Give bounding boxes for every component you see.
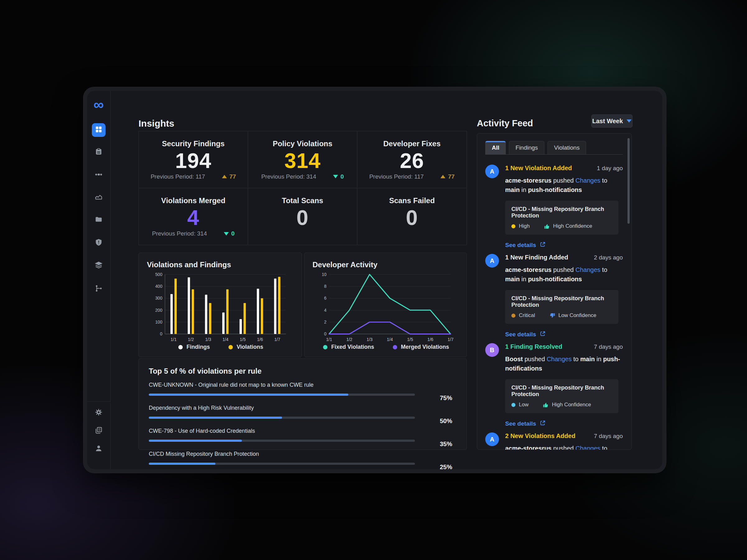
svg-text:1/5: 1/5 <box>240 337 246 342</box>
feed-item: A 2 New Violations Added 7 days ago acme… <box>485 432 623 450</box>
svg-text:1/4: 1/4 <box>387 337 393 342</box>
svg-text:1/5: 1/5 <box>407 337 413 342</box>
settings-icon <box>95 408 103 418</box>
svg-text:500: 500 <box>155 272 162 277</box>
rule-percent: 75% <box>415 395 452 402</box>
see-details-link[interactable]: See details <box>505 331 623 338</box>
sidebar-item-security[interactable] <box>92 236 105 250</box>
thumb-icon <box>549 313 555 319</box>
severity-dot <box>511 224 515 229</box>
stat-label: Policy Violations <box>273 139 332 148</box>
merged-violations-legend-dot <box>393 345 397 349</box>
external-link-icon <box>540 420 546 427</box>
sidebar-item-trends[interactable] <box>92 190 105 204</box>
stat-value: 26 <box>400 149 424 173</box>
stat-label: Security Findings <box>162 139 225 148</box>
finding-detail-card: CI/CD - Missing Repository Branch Protec… <box>505 290 618 324</box>
svg-text:2: 2 <box>324 320 327 324</box>
severity-dot <box>511 314 515 318</box>
tab-findings[interactable]: Findings <box>509 141 544 154</box>
sidebar-item-projects[interactable] <box>92 213 105 227</box>
stats-grid: Security Findings 194 Previous Period: 1… <box>138 131 467 245</box>
user-icon <box>95 444 103 454</box>
stat-value: 194 <box>175 149 211 173</box>
avatar: A <box>485 165 499 178</box>
svg-text:4: 4 <box>324 308 327 313</box>
sidebar-item-dashboard[interactable] <box>92 123 105 137</box>
rule-row: CWE-UNKNOWN - Original rule did not map … <box>149 382 452 398</box>
docs-icon <box>95 426 103 435</box>
svg-text:1/1: 1/1 <box>326 337 332 342</box>
feed-item-body: acme-storesrus pushed Changes to main in… <box>505 444 623 450</box>
feed-scrollbar[interactable] <box>627 138 630 224</box>
stat-previous-period: Previous Period: 117 77 <box>369 173 455 181</box>
sidebar-divider <box>87 401 110 402</box>
delta-arrow-icon <box>440 175 445 178</box>
rule-row: Dependency with a High Risk Vulnerabilit… <box>149 405 452 421</box>
svg-text:0: 0 <box>160 331 162 336</box>
app-window: ∞ <box>83 87 666 473</box>
branch-icon <box>95 284 103 294</box>
chart-icon <box>95 193 103 202</box>
stat-card-policy-violations: Policy Violations 314 Previous Period: 3… <box>248 131 357 188</box>
chart-legend: Findings Violations <box>147 344 295 350</box>
feed-item-time: 2 days ago <box>594 254 623 261</box>
date-range-selector[interactable]: Last Week <box>591 114 633 128</box>
stat-label: Total Scans <box>282 196 324 205</box>
feed-item-body: Boost pushed Changes to main in push-not… <box>505 354 623 373</box>
external-link-icon <box>540 331 546 338</box>
tab-violations[interactable]: Violations <box>547 141 586 154</box>
chart-title: Developer Activity <box>312 260 460 269</box>
sidebar-item-pipelines[interactable] <box>92 168 105 182</box>
rule-bar-track <box>149 394 415 396</box>
rule-percent: 25% <box>415 463 452 469</box>
see-details-link[interactable]: See details <box>505 420 623 427</box>
sidebar-item-branches[interactable] <box>92 282 105 296</box>
sidebar-item-layers[interactable] <box>92 259 105 272</box>
violations-legend-dot <box>229 345 233 349</box>
developer-activity-card: Developer Activity 02468101/11/21/31/41/… <box>304 252 467 357</box>
see-details-link[interactable]: See details <box>505 241 623 249</box>
rule-bar-track <box>149 463 415 465</box>
sidebar-item-profile[interactable] <box>92 442 105 456</box>
sidebar-item-docs[interactable] <box>92 424 105 438</box>
changes-link[interactable]: Changes <box>575 266 600 273</box>
svg-text:1/6: 1/6 <box>257 337 263 342</box>
avatar: A <box>485 254 499 268</box>
top-rules-title: Top 5 of % of violations per rule <box>149 367 452 375</box>
stat-card-security-findings: Security Findings 194 Previous Period: 1… <box>139 131 248 188</box>
stat-card-total-scans: Total Scans 0 <box>248 188 357 245</box>
tab-all[interactable]: All <box>485 141 506 154</box>
page-title: Insights <box>138 118 174 129</box>
stat-value: 0 <box>297 205 309 230</box>
layers-icon <box>95 261 103 270</box>
thumb-icon <box>543 402 549 408</box>
delta-arrow-icon <box>224 232 229 236</box>
stat-previous-period: Previous Period: 314 0 <box>261 173 344 181</box>
changes-link[interactable]: Changes <box>546 355 571 363</box>
top-rules-card: Top 5 of % of violations per rule CWE-UN… <box>138 358 467 450</box>
changes-link[interactable]: Changes <box>575 177 600 184</box>
svg-text:1/7: 1/7 <box>447 337 454 342</box>
rule-bar-fill <box>149 439 242 442</box>
stat-previous-period: Previous Period: 314 0 <box>152 230 235 237</box>
sidebar-item-findings[interactable] <box>92 145 105 159</box>
svg-text:6: 6 <box>324 296 327 300</box>
svg-text:0: 0 <box>324 331 327 336</box>
feed-item-time: 7 days ago <box>594 344 623 350</box>
pipeline-icon <box>95 170 103 180</box>
fixed-violations-legend-dot <box>323 345 328 349</box>
svg-text:1/3: 1/3 <box>367 337 373 342</box>
rule-bar-fill <box>149 394 348 396</box>
chart-legend: Fixed Violations Merged Violations <box>312 344 460 350</box>
delta-arrow-icon <box>222 175 227 178</box>
changes-link[interactable]: Changes <box>575 445 600 450</box>
sidebar-item-settings[interactable] <box>92 406 105 420</box>
rule-row: CWE-798 - Use of Hard-coded Credentials … <box>149 428 452 444</box>
svg-text:10: 10 <box>322 272 327 277</box>
stat-card-violations-merged: Violations Merged 4 Previous Period: 314… <box>139 188 248 245</box>
svg-text:200: 200 <box>155 308 162 313</box>
finding-detail-card: CI/CD - Missing Repository Branch Protec… <box>505 379 618 413</box>
dashboard-icon <box>95 125 103 135</box>
violations-findings-card: Violations and Findings 0100200300400500… <box>138 252 302 357</box>
